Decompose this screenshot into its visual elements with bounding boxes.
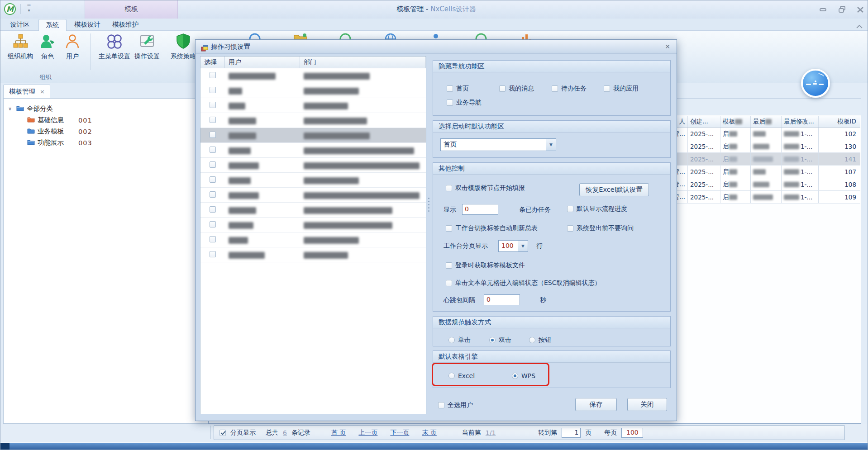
row-checkbox[interactable] xyxy=(210,161,216,168)
template-row-109[interactable]: 管...2025-...启1-...109 xyxy=(668,191,860,204)
user-row-12[interactable] xyxy=(200,232,426,247)
save-button[interactable]: 保存 xyxy=(575,398,617,411)
checkbox-icon[interactable] xyxy=(438,402,444,408)
checkbox-icon[interactable] xyxy=(447,85,453,92)
checkbox-fetch-label-template[interactable]: 登录时获取标签模板文件 xyxy=(446,261,525,270)
tab-close-icon[interactable]: × xyxy=(40,88,45,95)
checkbox-auto-refresh[interactable]: 工作台切换标签自动刷新总表 xyxy=(446,224,538,232)
user-row-11[interactable] xyxy=(200,218,426,232)
checkbox-nav-4[interactable]: 我的应用 xyxy=(604,85,639,93)
template-row-130[interactable]: 2025-...启1-...130 xyxy=(668,140,860,153)
col-user[interactable]: 用户 xyxy=(225,57,300,68)
user-row-1[interactable] xyxy=(200,68,426,83)
ribbon-button-2[interactable]: 角色 xyxy=(35,33,60,61)
row-checkbox[interactable] xyxy=(210,117,216,123)
user-row-5[interactable] xyxy=(200,128,426,143)
col-last[interactable]: 最后 xyxy=(751,116,782,127)
tree-item-003[interactable]: 功能展示003 xyxy=(8,137,208,148)
checkbox-icon[interactable] xyxy=(446,280,452,286)
restore-button[interactable] xyxy=(837,5,848,14)
radio-trigger-双击[interactable]: 双击 xyxy=(489,336,511,344)
row-checkbox[interactable] xyxy=(210,147,216,153)
checkbox-icon[interactable] xyxy=(567,206,573,212)
checkbox-icon[interactable] xyxy=(604,85,610,92)
row-checkbox[interactable] xyxy=(210,206,216,213)
row-checkbox[interactable] xyxy=(210,72,216,78)
template-row-108[interactable]: 管...2025-...启1-...108 xyxy=(668,178,860,191)
user-row-4[interactable] xyxy=(200,113,426,128)
app-logo-icon[interactable]: M xyxy=(4,3,16,15)
row-checkbox[interactable] xyxy=(210,251,216,257)
splitter-handle[interactable] xyxy=(428,196,430,213)
dialog-title-bar[interactable]: 操作习惯设置 ✕ xyxy=(196,40,677,54)
tree-item-002[interactable]: 业务模板002 xyxy=(8,126,208,137)
checkbox-icon[interactable] xyxy=(552,85,558,92)
template-row-107[interactable]: 管...2025-...启1-...107 xyxy=(668,166,860,178)
first-page-link[interactable]: 首 页 xyxy=(331,429,346,437)
goto-page-input[interactable]: 1 xyxy=(562,428,581,438)
collapse-ribbon-icon[interactable] xyxy=(856,22,863,31)
col-status[interactable]: 模板 xyxy=(720,116,751,127)
user-row-13[interactable] xyxy=(200,247,426,262)
chevron-down-icon[interactable]: ▼ xyxy=(518,241,528,251)
default-area-combo[interactable]: 首页 ▼ xyxy=(440,138,556,151)
checkbox-click-to-edit[interactable]: 单击文本单元格进入编辑状态（ESC取消编辑状态） xyxy=(446,279,601,287)
per-page-input[interactable]: 100 xyxy=(621,428,643,438)
radio-trigger-按钮[interactable]: 按钮 xyxy=(529,336,551,344)
next-page-link[interactable]: 下一页 xyxy=(390,429,409,437)
user-row-7[interactable] xyxy=(200,158,426,173)
checkbox-show-flow-progress[interactable]: 默认显示流程进度 xyxy=(567,205,627,213)
checkbox-icon[interactable] xyxy=(446,185,452,191)
minimize-button[interactable] xyxy=(818,5,829,14)
show-tasks-input[interactable]: 0 xyxy=(462,204,498,215)
tree-root-all-categories[interactable]: ∨全部分类 xyxy=(8,103,208,114)
workbench-page-combo[interactable]: 100 ▼ xyxy=(498,240,528,252)
row-checkbox[interactable] xyxy=(210,191,216,198)
row-checkbox[interactable] xyxy=(210,102,216,108)
radio-icon[interactable] xyxy=(448,337,455,343)
ribbon-tab-1[interactable]: 设计区 xyxy=(5,19,35,31)
close-dialog-button[interactable]: 关闭 xyxy=(627,398,667,411)
chevron-down-icon[interactable]: ▼ xyxy=(546,139,556,151)
user-row-9[interactable] xyxy=(200,188,426,203)
checkbox-nav-3[interactable]: 待办任务 xyxy=(552,85,587,93)
checkbox-dblclick-fill[interactable]: 双击模版树节点开始填报 xyxy=(446,184,525,192)
ribbon-button-5[interactable]: 操作设置 xyxy=(130,33,164,61)
restore-excel-defaults-button[interactable]: 恢复Excel默认设置 xyxy=(579,183,649,196)
close-button[interactable] xyxy=(855,5,866,14)
template-row-102[interactable]: 管...2025-...启1-...102 xyxy=(668,128,860,140)
user-row-3[interactable] xyxy=(200,98,426,113)
checkbox-icon[interactable] xyxy=(446,262,452,269)
last-page-link[interactable]: 末 页 xyxy=(422,429,436,437)
user-row-6[interactable] xyxy=(200,143,426,158)
checkbox-nav-1[interactable]: 首页 xyxy=(447,85,469,93)
col-template-id[interactable]: 模板ID xyxy=(819,116,858,127)
row-checkbox[interactable] xyxy=(210,176,216,183)
col-modified[interactable]: 最后修改... xyxy=(782,116,819,127)
paging-checkbox[interactable] xyxy=(219,430,226,436)
floating-assistant-sphere[interactable] xyxy=(801,69,830,98)
ribbon-tab-3[interactable]: 模板设计 xyxy=(70,19,105,31)
heartbeat-input[interactable]: 0 xyxy=(484,294,520,305)
col-select[interactable]: 选择 xyxy=(200,57,225,68)
prev-page-link[interactable]: 上一页 xyxy=(358,429,377,437)
ribbon-tab-4[interactable]: 模板维护 xyxy=(108,19,143,31)
radio-icon[interactable] xyxy=(489,337,496,343)
quick-access-dropdown-icon[interactable]: ▔▾ xyxy=(26,6,32,12)
col-created[interactable]: 创建... xyxy=(688,116,720,127)
radio-trigger-单击[interactable]: 单击 xyxy=(448,336,471,344)
ribbon-button-3[interactable]: 用户 xyxy=(59,33,86,61)
user-row-2[interactable] xyxy=(200,83,426,98)
checkbox-icon[interactable] xyxy=(446,225,452,232)
col-department[interactable]: 部门 xyxy=(300,57,426,68)
radio-icon[interactable] xyxy=(529,337,535,343)
template-row-141[interactable]: 2025-...启1-...141 xyxy=(668,153,860,166)
checkbox-nav-business[interactable]: 业务导航 xyxy=(447,99,482,107)
chevron-expanded-icon[interactable]: ∨ xyxy=(8,106,14,112)
checkbox-icon[interactable] xyxy=(447,99,453,106)
user-row-8[interactable] xyxy=(200,173,426,188)
checkbox-nav-2[interactable]: 我的消息 xyxy=(499,85,534,93)
row-checkbox[interactable] xyxy=(210,221,216,227)
ribbon-button-1[interactable]: 组织机构 xyxy=(6,33,35,61)
dialog-close-icon[interactable]: ✕ xyxy=(663,43,672,51)
